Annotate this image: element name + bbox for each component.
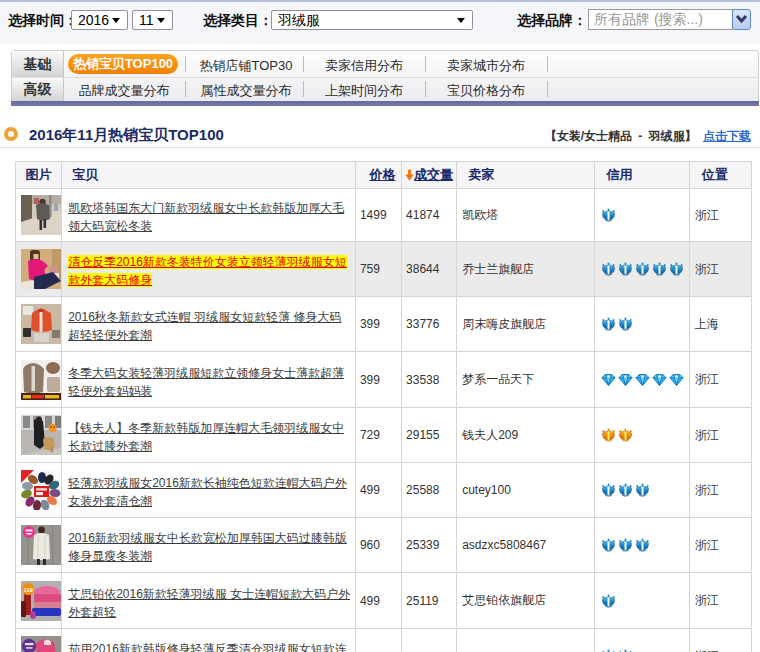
svg-text:119: 119 (23, 586, 33, 592)
